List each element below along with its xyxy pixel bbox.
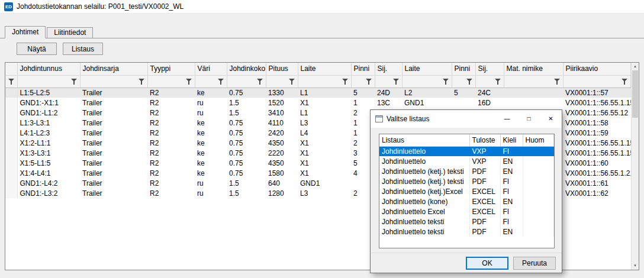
dialog-list-row[interactable]: JohdinluetteloVXPFI (379, 146, 554, 156)
row-selector[interactable] (5, 108, 17, 118)
row-selector[interactable] (5, 168, 17, 178)
dialog-list-body: JohdinluetteloVXPFIJohdinluetteloVXPENJo… (379, 146, 554, 237)
dialog-column-header[interactable]: Kieli (500, 134, 523, 146)
scroll-up-icon[interactable]: ▲ (632, 63, 639, 70)
grid-column-header[interactable]: Piirikaavio (563, 63, 631, 75)
row-selector[interactable] (5, 158, 17, 168)
ok-button[interactable]: OK (466, 257, 508, 270)
vertical-scrollbar[interactable]: ▲ ▼ (631, 63, 639, 270)
row-selector[interactable] (5, 98, 17, 108)
grid-column-header[interactable]: Tyyppi (147, 63, 195, 75)
dialog-list-cell: EXCEL (469, 206, 500, 216)
dialog-list-cell (523, 176, 554, 186)
filter-icon[interactable] (138, 78, 146, 85)
row-selector[interactable] (5, 128, 17, 138)
list-button[interactable]: Listaus (63, 43, 103, 55)
row-selector[interactable] (5, 178, 17, 188)
filter-icon[interactable] (342, 78, 349, 85)
dialog-list-cell: FI (500, 146, 523, 156)
grid-cell: 13C (375, 98, 402, 108)
grid-column-header[interactable]: Sij. (475, 63, 504, 75)
maximize-icon[interactable]: □ (518, 110, 540, 128)
grid-column-header[interactable]: Johdinkoko (227, 63, 266, 75)
grid-column-header[interactable]: Laite (402, 63, 452, 75)
dialog-list-row[interactable]: JohdinluetteloVXPEN (379, 156, 554, 166)
dialog-footer: OK Peruuta (371, 253, 562, 273)
grid-row[interactable]: L1:5-L2:5TrailerR2ke0.751330L1524DL2524C… (5, 88, 631, 98)
grid-column-header[interactable]: Laite (298, 63, 351, 75)
tab-johtimet[interactable]: Johtimet (5, 26, 46, 38)
grid-column-header[interactable]: Johdinsarja (80, 63, 147, 75)
row-selector[interactable] (5, 118, 17, 128)
dialog-list-cell: EXCEL (469, 186, 500, 196)
dialog-list-cell: PDF (469, 227, 500, 237)
row-selector-header[interactable] (5, 63, 17, 75)
filter-icon[interactable] (365, 78, 373, 85)
filter-icon[interactable] (288, 78, 296, 85)
filter-icon[interactable] (442, 78, 450, 85)
tab-liitintiedot[interactable]: Liitintiedot (47, 27, 93, 38)
dialog-column-header[interactable]: Tuloste (469, 134, 500, 146)
filter-icon[interactable] (185, 78, 193, 85)
grid-column-header[interactable]: Sij. (375, 63, 402, 75)
grid-cell: VX0001:1::61 (563, 178, 631, 188)
grid-cell: Trailer (80, 108, 147, 118)
grid-cell: 4350 (266, 138, 298, 148)
filter-icon[interactable] (256, 78, 264, 85)
filter-icon[interactable] (392, 78, 400, 85)
filter-icon[interactable] (70, 78, 78, 85)
grid-cell: Trailer (80, 158, 147, 168)
grid-cell: L4 (298, 128, 351, 138)
close-icon[interactable]: ✕ (540, 110, 562, 128)
filter-icon[interactable] (8, 78, 15, 85)
dialog-list-row[interactable]: Johdinluettelo tekstiPDFFI (379, 216, 554, 227)
dialog-list-row[interactable]: Johdinluettelo ExcelEXCELFI (379, 206, 554, 216)
dialog-list-row[interactable]: Johdinluettelo (ketj.) tekstiPDFEN (379, 166, 554, 176)
dialog-list-row[interactable]: Johdinluettelo (kone)EXCELEN (379, 196, 554, 206)
grid-cell: VX0001:1::62 (563, 188, 631, 198)
filter-cell (504, 75, 563, 88)
dialog-list-row[interactable]: Johdinluettelo (ketj.)ExcelEXCELFI (379, 186, 554, 196)
filter-icon[interactable] (466, 78, 474, 85)
grid-cell: VX0001:1::56.55.1.153 (563, 98, 631, 108)
grid-column-header[interactable]: Johdintunnus (17, 63, 80, 75)
dialog-list-cell (523, 166, 554, 176)
dialog-column-header[interactable]: Listaus (379, 134, 469, 146)
cancel-button[interactable]: Peruuta (513, 257, 556, 270)
grid-cell: 0.75 (227, 88, 266, 98)
minimize-icon[interactable]: — (496, 110, 518, 128)
grid-column-header[interactable]: Mat. nimike (504, 63, 563, 75)
grid-column-header[interactable]: Pinni (452, 63, 475, 75)
show-button[interactable]: Näytä (17, 43, 57, 55)
row-selector[interactable] (5, 138, 17, 148)
filter-icon[interactable] (553, 78, 561, 85)
dialog-list-row[interactable]: Johdinluettelo (ketj.) tekstiPDFFI (379, 176, 554, 186)
dialog-list-cell (523, 216, 554, 227)
scroll-down-icon[interactable]: ▼ (632, 262, 639, 270)
grid-cell: 24D (375, 88, 402, 98)
scrollbar-thumb[interactable] (632, 70, 638, 118)
grid-column-header[interactable]: Pituus (266, 63, 298, 75)
grid-cell: GND1:-L3:2 (17, 188, 80, 198)
dialog-column-header[interactable]: Huom (523, 134, 554, 146)
grid-cell: ke (195, 138, 227, 148)
row-selector[interactable] (5, 148, 17, 158)
dialog-list-row[interactable]: Johdinluettelo tekstiPDFEN (379, 227, 554, 237)
grid-column-header[interactable]: Pinni (351, 63, 375, 75)
grid-header-row: JohdintunnusJohdinsarjaTyyppiVäriJohdink… (5, 63, 631, 75)
grid-cell: R2 (147, 138, 195, 148)
dialog-list-cell: PDF (469, 176, 500, 186)
row-selector[interactable] (5, 88, 17, 98)
filter-icon[interactable] (621, 78, 629, 85)
grid-row[interactable]: GND1:-X1:1TrailerR2ru1.51520X1113CGND116… (5, 98, 631, 108)
grid-cell: L3 (298, 118, 351, 128)
grid-column-header[interactable]: Väri (195, 63, 227, 75)
grid-cell: R2 (147, 98, 195, 108)
filter-icon[interactable] (494, 78, 502, 85)
grid-cell (504, 88, 563, 98)
grid-cell: GND1 (402, 98, 452, 108)
row-selector[interactable] (5, 188, 17, 198)
filter-icon[interactable] (217, 78, 225, 85)
grid-cell: R2 (147, 108, 195, 118)
dialog-list-cell (523, 146, 554, 156)
